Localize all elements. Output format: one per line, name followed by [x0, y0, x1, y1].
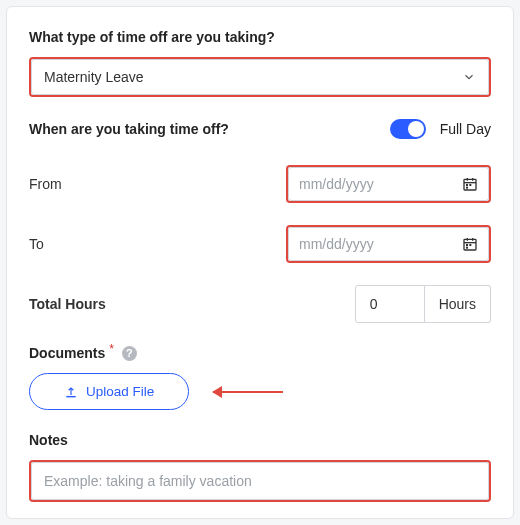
time-off-form: What type of time off are you taking? Ma… [6, 6, 514, 519]
notes-placeholder: Example: taking a family vacation [44, 473, 252, 489]
to-date-highlight: mm/dd/yyyy [286, 225, 491, 263]
from-date-input[interactable]: mm/dd/yyyy [288, 167, 489, 201]
notes-label: Notes [29, 432, 491, 448]
when-label: When are you taking time off? [29, 121, 229, 137]
total-hours-value[interactable]: 0 [355, 285, 425, 323]
time-off-type-value: Maternity Leave [44, 69, 144, 85]
calendar-icon [462, 236, 478, 252]
notes-highlight: Example: taking a family vacation [29, 460, 491, 502]
annotation-arrow [213, 391, 283, 393]
calendar-icon [462, 176, 478, 192]
upload-icon [64, 385, 78, 399]
from-date-highlight: mm/dd/yyyy [286, 165, 491, 203]
from-date-placeholder: mm/dd/yyyy [299, 176, 374, 192]
upload-file-button[interactable]: Upload File [29, 373, 189, 410]
chevron-down-icon [462, 70, 476, 84]
from-label: From [29, 176, 149, 192]
help-icon[interactable]: ? [122, 346, 137, 361]
svg-rect-12 [469, 244, 471, 246]
full-day-label: Full Day [440, 121, 491, 137]
type-label: What type of time off are you taking? [29, 29, 491, 45]
to-label: To [29, 236, 149, 252]
required-asterisk: * [109, 342, 114, 356]
full-day-toggle[interactable] [390, 119, 426, 139]
total-hours-label: Total Hours [29, 296, 149, 312]
notes-input[interactable]: Example: taking a family vacation [31, 462, 489, 500]
svg-rect-6 [466, 187, 468, 189]
total-hours-group: 0 Hours [355, 285, 491, 323]
svg-rect-11 [466, 244, 468, 246]
svg-rect-4 [466, 184, 468, 186]
to-date-input[interactable]: mm/dd/yyyy [288, 227, 489, 261]
upload-button-label: Upload File [86, 384, 154, 399]
documents-label: Documents [29, 345, 105, 361]
time-off-type-select[interactable]: Maternity Leave [31, 59, 489, 95]
type-select-highlight: Maternity Leave [29, 57, 491, 97]
total-hours-unit: Hours [425, 285, 491, 323]
svg-rect-5 [469, 184, 471, 186]
svg-rect-13 [466, 247, 468, 249]
to-date-placeholder: mm/dd/yyyy [299, 236, 374, 252]
